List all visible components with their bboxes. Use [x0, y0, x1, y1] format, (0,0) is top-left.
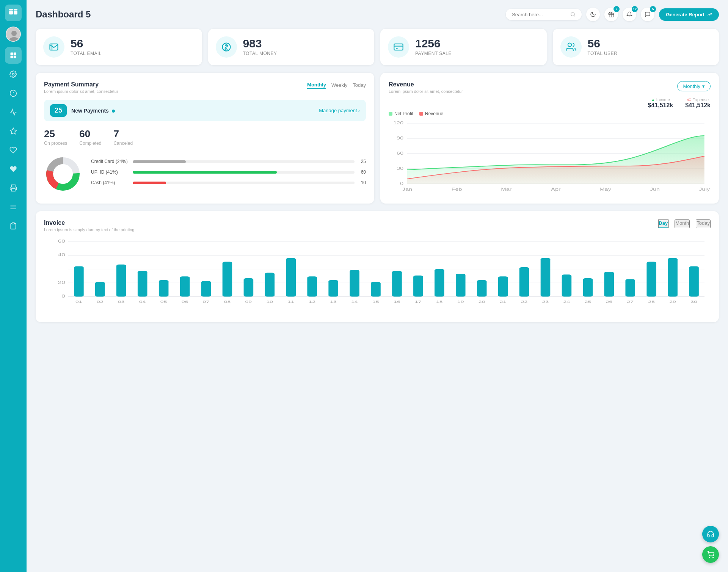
invoice-bar [328, 280, 338, 297]
stat-card-email: 56 TOTAL EMAIL [36, 29, 202, 65]
chat-btn[interactable]: 5 [641, 8, 654, 21]
money-count: 983 [243, 38, 277, 49]
bell-btn[interactable]: 12 [623, 8, 636, 21]
headset-float-btn[interactable] [702, 526, 719, 542]
stat-card-money: 983 TOTAL MONEY [208, 29, 375, 65]
sidebar-item-clipboard[interactable] [5, 218, 22, 234]
net-profit-dot [389, 112, 392, 116]
chart-legend: Net Profit Revenue [389, 111, 711, 116]
float-buttons [702, 526, 719, 563]
svg-point-92 [709, 557, 710, 558]
search-icon [570, 11, 576, 17]
svg-text:120: 120 [393, 121, 403, 125]
legend-cash-label: Cash (41%) [91, 180, 129, 185]
cart-float-btn[interactable] [702, 546, 719, 563]
headset-icon [707, 530, 714, 538]
svg-text:26: 26 [606, 300, 612, 304]
payment-summary-subtitle: Lorem ipsum dolor sit amet, consectetur [44, 89, 118, 94]
gift-btn[interactable]: 2 [604, 8, 618, 21]
sidebar-logo[interactable] [5, 5, 22, 21]
invoice-bar-chart: 60 40 20 0 01020304050607080910111213141… [44, 238, 711, 314]
sidebar [0, 0, 27, 572]
theme-toggle-btn[interactable] [586, 8, 600, 21]
sidebar-item-print[interactable] [5, 180, 22, 196]
svg-point-31 [568, 43, 571, 47]
svg-text:May: May [599, 187, 611, 191]
invoice-tab-month[interactable]: Month [675, 219, 690, 228]
tab-monthly[interactable]: Monthly [307, 81, 326, 89]
svg-text:21: 21 [500, 300, 507, 304]
legend-upi: UPI ID (41%) 60 [91, 169, 366, 175]
on-process-label: On process [44, 141, 67, 146]
revenue-monthly-dropdown[interactable]: Monthly ▾ [677, 81, 711, 91]
svg-text:01: 01 [75, 300, 82, 304]
svg-text:27: 27 [627, 300, 634, 304]
cash-progress [133, 182, 355, 184]
user-count: 56 [588, 38, 618, 49]
sidebar-item-heart-filled[interactable] [5, 161, 22, 177]
income-up-icon: ▲ [651, 97, 655, 102]
svg-text:25: 25 [584, 300, 591, 304]
svg-marker-15 [10, 128, 17, 134]
invoice-tab-today[interactable]: Today [696, 219, 711, 228]
stats-row: 56 TOTAL EMAIL 983 TOTAL MONEY [36, 29, 719, 65]
svg-text:23: 23 [542, 300, 549, 304]
invoice-tabs: Day Month Today [658, 219, 711, 228]
email-icon [43, 36, 64, 58]
svg-text:15: 15 [372, 300, 379, 304]
tab-weekly[interactable]: Weekly [331, 81, 347, 89]
invoice-header: Invoice Lorem ipsum is simply dummy text… [44, 219, 711, 232]
svg-text:Feb: Feb [452, 187, 462, 191]
stat-card-payment: 1256 PAYMENT SALE [380, 29, 547, 65]
sidebar-item-analytics[interactable] [5, 104, 22, 121]
svg-rect-20 [12, 223, 15, 224]
svg-rect-3 [14, 9, 17, 10]
svg-text:30: 30 [397, 166, 403, 171]
sidebar-item-heart-outline[interactable] [5, 142, 22, 158]
svg-point-21 [571, 13, 574, 16]
svg-text:16: 16 [394, 300, 400, 304]
invoice-tab-day[interactable]: Day [658, 219, 668, 228]
svg-text:60: 60 [58, 239, 65, 243]
donut-section: Credit Card (24%) 25 UPI ID (41%) 60 [44, 155, 366, 194]
invoice-subtitle: Lorem ipsum is simply dummy text of the … [44, 227, 134, 232]
cart-icon [707, 551, 714, 558]
svg-text:0: 0 [400, 182, 403, 186]
revenue-chart: 120 90 60 30 0 [389, 119, 711, 195]
invoice-bar [307, 276, 317, 296]
gift-badge: 2 [613, 6, 620, 12]
search-bar[interactable] [506, 9, 582, 20]
svg-text:03: 03 [118, 300, 125, 304]
invoice-bar [583, 278, 593, 296]
sidebar-item-dashboard[interactable] [5, 47, 22, 64]
svg-line-22 [574, 16, 575, 17]
upi-fill [133, 171, 277, 174]
invoice-bar [562, 274, 572, 296]
search-input[interactable] [512, 12, 567, 17]
svg-text:07: 07 [203, 300, 210, 304]
invoice-bar [180, 276, 190, 296]
invoice-bar [435, 269, 444, 297]
generate-report-button[interactable]: Generate Report [659, 8, 719, 21]
payment-label: PAYMENT SALE [415, 51, 452, 56]
credit-progress [133, 160, 355, 163]
svg-text:Mar: Mar [501, 187, 512, 191]
invoice-bar [498, 276, 508, 296]
sidebar-item-settings[interactable] [5, 66, 22, 83]
invoice-bar [201, 281, 211, 296]
sidebar-item-info[interactable] [5, 85, 22, 102]
svg-text:05: 05 [160, 300, 167, 304]
sidebar-item-list[interactable] [5, 199, 22, 215]
manage-payment-link[interactable]: Manage payment › [319, 108, 360, 113]
on-process-num: 25 [44, 128, 67, 140]
sidebar-item-star[interactable] [5, 123, 22, 139]
tab-today[interactable]: Today [353, 81, 366, 89]
svg-rect-16 [11, 189, 15, 191]
svg-text:0: 0 [61, 294, 65, 298]
svg-rect-1 [14, 11, 17, 15]
header-right: 2 12 5 Generate Report [506, 8, 719, 21]
svg-text:Jun: Jun [650, 187, 660, 191]
avatar[interactable] [6, 27, 21, 42]
svg-rect-2 [9, 9, 13, 10]
svg-rect-8 [14, 53, 16, 55]
